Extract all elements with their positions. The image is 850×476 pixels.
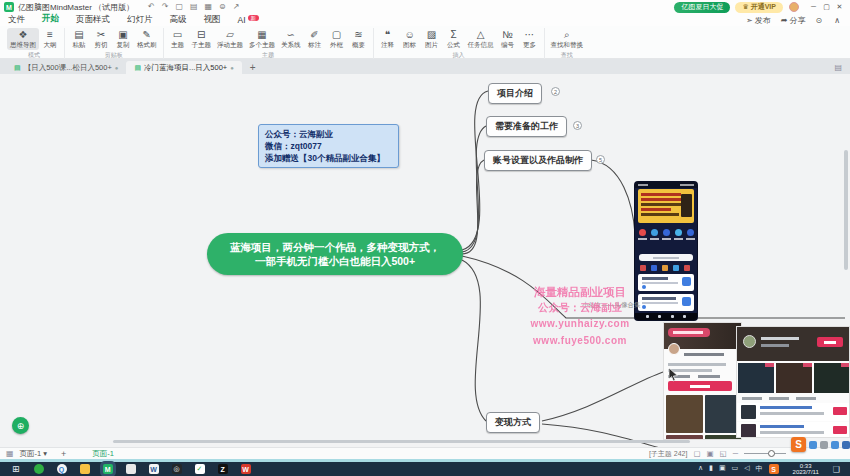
- tray-icon[interactable]: ▭: [732, 464, 739, 474]
- central-topic-node[interactable]: 蓝海项目，两分钟一个作品，多种变现方式， 一部手机无门槛小白也能日入500+: [207, 233, 463, 275]
- tray-icon[interactable]: ◁: [744, 464, 749, 474]
- ribbon-button[interactable]: ⊟子主题: [189, 28, 215, 50]
- ribbon-button[interactable]: ≡大纲: [39, 28, 61, 50]
- window-control-button[interactable]: ✕: [833, 3, 846, 11]
- tab-close-dot[interactable]: ●: [230, 65, 234, 71]
- taskbar-app-icon[interactable]: W: [149, 464, 159, 474]
- tabbar-layout-icon[interactable]: ▤: [834, 61, 842, 74]
- ribbon-button[interactable]: ▱浮动主题: [214, 28, 246, 50]
- window-control-button[interactable]: ▢: [820, 3, 833, 11]
- ribbon-button[interactable]: ✂剪切: [90, 28, 112, 50]
- menu-tab[interactable]: AI新: [238, 15, 260, 26]
- collapsed-node-label[interactable]: 小仙女——头像合集: [582, 301, 641, 310]
- pages-icon[interactable]: ▦: [6, 449, 14, 458]
- ribbon-button[interactable]: △任务信息: [465, 28, 497, 50]
- branch-node-account[interactable]: 账号设置以及作品制作: [484, 150, 592, 171]
- menu-tab[interactable]: 文件: [8, 14, 25, 27]
- branch-node-prepare[interactable]: 需要准备的工作: [486, 116, 567, 137]
- recorder-logo-icon[interactable]: S: [791, 437, 806, 452]
- branch-count-badge[interactable]: 2: [551, 87, 560, 96]
- menu-tab[interactable]: 视图: [204, 14, 221, 27]
- taskbar-app-icon[interactable]: W: [241, 464, 251, 474]
- tab-close-dot[interactable]: ●: [115, 65, 119, 71]
- ribbon-button[interactable]: ∽关系线: [278, 28, 304, 50]
- branch-count-badge[interactable]: 3: [573, 121, 582, 130]
- quick-access-icon[interactable]: ↶: [148, 2, 155, 12]
- ribbon-button[interactable]: ▣复制: [112, 28, 134, 50]
- ribbon-button[interactable]: ⋯更多: [519, 28, 541, 50]
- taskbar-app-icon[interactable]: Z: [218, 464, 228, 474]
- fullscreen-icon[interactable]: ◱: [720, 449, 727, 458]
- ribbon-button[interactable]: ≋概要: [348, 28, 370, 50]
- menu-right-button[interactable]: ➦分享: [781, 15, 806, 26]
- ribbon-button[interactable]: Σ公式: [443, 28, 465, 50]
- tray-icon[interactable]: 中: [756, 464, 763, 474]
- fit-view-icon[interactable]: ▢: [693, 449, 700, 458]
- taskbar-app-icon[interactable]: M: [103, 464, 113, 474]
- start-button[interactable]: ⊞: [12, 464, 20, 474]
- recorder-mic-icon[interactable]: [831, 441, 839, 449]
- ribbon-button[interactable]: ▨图片: [421, 28, 443, 50]
- branch-node-monetize[interactable]: 变现方式: [486, 412, 540, 433]
- profile-screenshot-right[interactable]: [736, 326, 850, 438]
- menu-right-button[interactable]: ⊙: [815, 16, 824, 25]
- vip-button[interactable]: ♛ 开通VIP: [735, 2, 783, 13]
- taskbar-app-icon[interactable]: ✓: [195, 464, 205, 474]
- quick-access-icon[interactable]: ▦: [205, 2, 213, 12]
- ribbon-button[interactable]: ✎格式刷: [134, 28, 160, 50]
- recorder-pen-icon[interactable]: [820, 441, 828, 449]
- zoom-slider[interactable]: [744, 453, 786, 454]
- tray-app-icon[interactable]: S: [769, 464, 779, 474]
- ribbon-button[interactable]: ✐标注: [304, 28, 326, 50]
- ribbon-button[interactable]: ▭主题: [167, 28, 189, 50]
- menu-tab[interactable]: 幻灯片: [127, 14, 153, 27]
- zoom-slider-knob[interactable]: [768, 450, 775, 457]
- document-tab[interactable]: ▤ 【日入500课...松日入500+ ●: [6, 61, 126, 74]
- quick-access-icon[interactable]: ▤: [190, 2, 198, 12]
- ribbon-button[interactable]: ▦多个主题: [246, 28, 278, 50]
- recorder-chat-icon[interactable]: [809, 441, 817, 449]
- branch-node-intro[interactable]: 项目介绍: [488, 83, 542, 104]
- quick-access-icon[interactable]: ↷: [162, 2, 169, 12]
- user-avatar[interactable]: [789, 2, 799, 12]
- tray-icon[interactable]: ▣: [719, 464, 726, 474]
- taskbar-clock[interactable]: 0:33 2023/7/11: [793, 463, 819, 476]
- phone-screenshot-image[interactable]: [635, 182, 697, 320]
- ribbon-button[interactable]: ❖思维导图: [7, 28, 39, 50]
- menu-tab[interactable]: 高级: [170, 14, 187, 27]
- menu-tab[interactable]: 页面样式: [76, 14, 110, 27]
- quick-access-icon[interactable]: ⊜: [219, 2, 226, 12]
- ribbon-button[interactable]: ❝注释: [377, 28, 399, 50]
- vertical-scrollbar[interactable]: [844, 150, 848, 270]
- ribbon-button[interactable]: ☺图标: [399, 28, 421, 50]
- notification-icon[interactable]: ❑: [833, 465, 840, 474]
- mindmap-canvas[interactable]: 公众号：云海副业 微信：zqt0077 添加赠送【30个精品副业合集】 蓝海项目…: [0, 74, 850, 447]
- locate-center-button[interactable]: ⊕: [12, 417, 29, 434]
- taskbar-app-icon[interactable]: [126, 464, 136, 474]
- taskbar-app-icon[interactable]: [34, 464, 44, 474]
- new-tab-button[interactable]: +: [242, 61, 264, 74]
- tray-icon[interactable]: ∧: [698, 464, 703, 474]
- menu-right-button[interactable]: ➣发布: [746, 15, 771, 26]
- page-tab[interactable]: 页面-1▾: [20, 449, 47, 459]
- branch-count-badge[interactable]: 5: [596, 155, 605, 164]
- ribbon-button[interactable]: ⌕查找和替换: [548, 28, 587, 50]
- document-tab[interactable]: ▤ 冷门蓝海项目...日入500+ ●: [126, 61, 241, 74]
- taskbar-app-icon[interactable]: ◎: [172, 464, 182, 474]
- add-page-button[interactable]: +: [61, 449, 66, 459]
- recorder-monitor-icon[interactable]: [842, 441, 850, 449]
- floating-topic-contact-box[interactable]: 公众号：云海副业 微信：zqt0077 添加赠送【30个精品副业合集】: [258, 124, 399, 168]
- taskbar-app-icon[interactable]: Q: [57, 464, 67, 474]
- ribbon-button[interactable]: №编号: [497, 28, 519, 50]
- promo-badge[interactable]: 亿图夏日大促: [674, 2, 730, 13]
- quick-access-icon[interactable]: ▢: [175, 2, 183, 12]
- ribbon-button[interactable]: ▢外框: [326, 28, 348, 50]
- window-control-button[interactable]: ─: [807, 3, 820, 11]
- tray-icon[interactable]: ▮: [709, 464, 713, 474]
- zoom-out-icon[interactable]: ─: [733, 449, 738, 458]
- quick-access-icon[interactable]: ↗: [233, 2, 240, 12]
- page-view-icon[interactable]: ▣: [706, 449, 713, 458]
- menu-right-button[interactable]: ∧: [834, 16, 842, 25]
- taskbar-app-icon[interactable]: [80, 464, 90, 474]
- ribbon-button[interactable]: ▤粘贴: [68, 28, 90, 50]
